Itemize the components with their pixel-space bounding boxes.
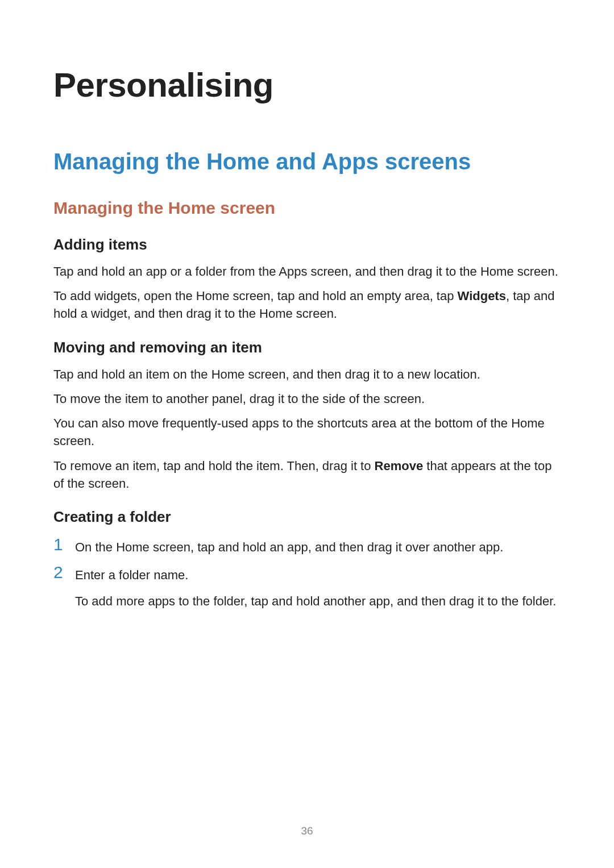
subsection-heading: Managing the Home screen <box>53 198 561 218</box>
bold-text: Widgets <box>458 289 506 303</box>
page-content: Personalising Managing the Home and Apps… <box>0 0 614 610</box>
block-heading: Adding items <box>53 236 561 254</box>
paragraph: You can also move frequently-used apps t… <box>53 414 561 450</box>
step-item: 2 Enter a folder name. To add more apps … <box>53 566 561 609</box>
text-run: To add widgets, open the Home screen, ta… <box>53 289 458 303</box>
step-number: 2 <box>53 563 63 582</box>
step-list: 1 On the Home screen, tap and hold an ap… <box>53 538 561 610</box>
step-item: 1 On the Home screen, tap and hold an ap… <box>53 538 561 556</box>
block-heading: Moving and removing an item <box>53 339 561 356</box>
paragraph: To add widgets, open the Home screen, ta… <box>53 287 561 322</box>
section-heading: Managing the Home and Apps screens <box>53 149 561 175</box>
step-subtext: To add more apps to the folder, tap and … <box>75 592 561 610</box>
paragraph: Tap and hold an item on the Home screen,… <box>53 366 561 383</box>
bold-text: Remove <box>375 459 424 473</box>
paragraph: To move the item to another panel, drag … <box>53 390 561 408</box>
text-run: To remove an item, tap and hold the item… <box>53 459 375 473</box>
paragraph: To remove an item, tap and hold the item… <box>53 457 561 492</box>
step-text: On the Home screen, tap and hold an app,… <box>75 538 561 556</box>
block-moving-removing: Moving and removing an item Tap and hold… <box>53 339 561 492</box>
paragraph: Tap and hold an app or a folder from the… <box>53 263 561 280</box>
block-heading: Creating a folder <box>53 508 561 526</box>
step-number: 1 <box>53 535 63 554</box>
block-adding-items: Adding items Tap and hold an app or a fo… <box>53 236 561 323</box>
page-number: 36 <box>0 825 614 837</box>
page-title: Personalising <box>53 65 561 105</box>
step-text: Enter a folder name. <box>75 566 561 584</box>
block-creating-folder: Creating a folder 1 On the Home screen, … <box>53 508 561 610</box>
